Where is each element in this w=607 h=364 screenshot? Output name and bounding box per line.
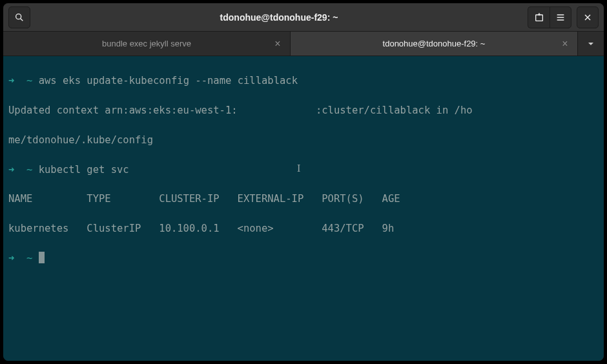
terminal-output: NAME TYPE CLUSTER-IP EXTERNAL-IP PORT(S)… — [8, 192, 599, 207]
terminal-output: me/tdonohue/.kube/config — [8, 133, 599, 148]
tab-jekyll[interactable]: bundle exec jekyll serve × — [3, 32, 291, 56]
svg-point-0 — [16, 14, 21, 19]
new-tab-button[interactable] — [528, 6, 550, 28]
tab-label: tdonohue@tdonohue-f29: ~ — [383, 39, 486, 48]
tab-label: bundle exec jekyll serve — [102, 39, 191, 48]
terminal-pane[interactable]: ➜ ~ aws eks update-kubeconfig --name cil… — [3, 56, 604, 361]
titlebar-button-group — [528, 6, 571, 28]
new-tab-icon — [534, 12, 544, 23]
svg-rect-2 — [535, 15, 542, 21]
prompt-path: ~ — [26, 164, 32, 176]
terminal-line: ➜ ~ aws eks update-kubeconfig --name cil… — [8, 74, 599, 88]
hamburger-icon — [555, 12, 566, 23]
tab-shell[interactable]: tdonohue@tdonohue-f29: ~ × — [291, 32, 578, 56]
close-window-button[interactable] — [577, 6, 599, 28]
terminal-output: Updated context arn:aws:eks:eu-west-1: :… — [8, 103, 599, 118]
svg-line-1 — [21, 18, 23, 21]
chevron-down-icon — [587, 40, 595, 48]
window-title: tdonohue@tdonohue-f29: ~ — [36, 12, 522, 23]
search-icon — [14, 12, 25, 23]
tab-close-button[interactable]: × — [272, 38, 283, 50]
search-button[interactable] — [8, 6, 30, 28]
prompt-arrow: ➜ — [8, 252, 14, 264]
prompt-arrow: ➜ — [8, 75, 14, 86]
cursor-block — [39, 252, 45, 263]
terminal-output: kubernetes ClusterIP 10.100.0.1 <none> 4… — [8, 221, 599, 236]
terminal-line: ➜ ~ kubectl get svc — [8, 163, 599, 177]
tab-close-button[interactable]: × — [559, 38, 571, 50]
close-icon — [582, 12, 593, 23]
tab-bar: bundle exec jekyll serve × tdonohue@tdon… — [3, 32, 604, 56]
menu-button[interactable] — [550, 6, 571, 28]
command-text: aws eks update-kubeconfig --name cillabl… — [39, 75, 298, 86]
terminal-window: tdonohue@tdonohue-f29: ~ bundle exec jek… — [3, 3, 604, 361]
titlebar: tdonohue@tdonohue-f29: ~ — [3, 3, 604, 32]
prompt-arrow: ➜ — [8, 164, 14, 176]
prompt-path: ~ — [26, 252, 32, 264]
terminal-line: ➜ ~ — [8, 251, 599, 266]
command-text: kubectl get svc — [39, 164, 129, 176]
prompt-path: ~ — [26, 75, 32, 86]
tab-dropdown-button[interactable] — [578, 32, 604, 56]
